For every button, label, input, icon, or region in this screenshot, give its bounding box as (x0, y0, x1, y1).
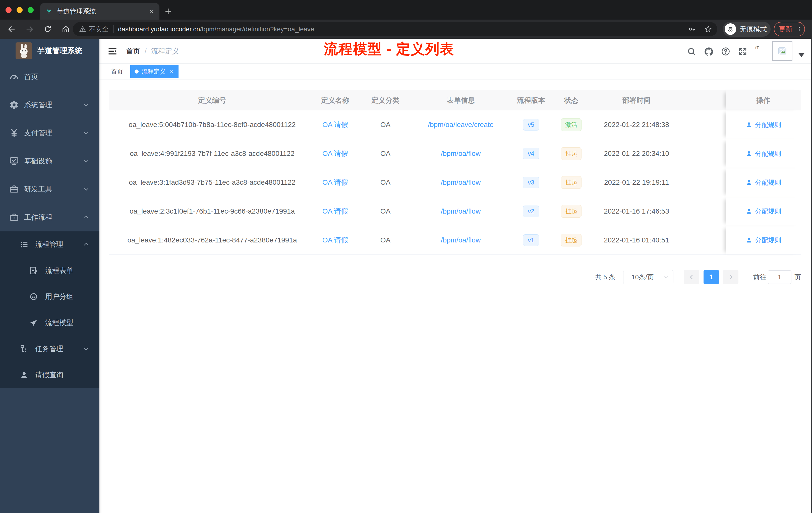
todo-list-icon (20, 240, 29, 249)
form-link[interactable]: /bpm/oa/flow (441, 236, 481, 244)
window-minimize-button[interactable] (17, 7, 23, 13)
sidebar-item-leave-query[interactable]: 请假查询 (0, 362, 99, 388)
caret-down-icon[interactable] (799, 53, 805, 57)
column-header-definition-category: 定义分类 (355, 90, 415, 111)
form-link[interactable]: /bpm/oa/flow (441, 207, 481, 215)
cell-category: OA (355, 197, 415, 225)
column-header-process-version: 流程版本 (506, 90, 556, 111)
definition-name-link[interactable]: OA 请假 (322, 235, 348, 245)
definition-name-link[interactable]: OA 请假 (322, 207, 348, 216)
home-button[interactable] (61, 25, 70, 33)
chevron-down-icon (83, 130, 89, 136)
form-link[interactable]: /bpm/oa/leave/create (428, 121, 494, 129)
browser-menu-dots-icon[interactable] (796, 26, 803, 32)
security-warning-icon[interactable] (79, 25, 86, 33)
tag-process-definition[interactable]: 流程定义 (130, 65, 178, 78)
sidebar-item-payment[interactable]: 支付管理 (0, 119, 99, 147)
sidebar-item-process-form[interactable]: 流程表单 (0, 258, 99, 283)
status-badge: 挂起 (561, 176, 581, 189)
chevron-down-icon (83, 158, 89, 164)
form-edit-icon (29, 266, 38, 275)
back-button[interactable] (7, 25, 16, 33)
browser-tab[interactable]: 芋道管理系统 (40, 3, 160, 20)
next-page-button[interactable] (723, 270, 738, 284)
status-badge: 挂起 (561, 147, 581, 160)
browser-update-button[interactable]: 更新 (774, 22, 805, 36)
search-icon[interactable] (687, 47, 696, 56)
dashboard-icon (9, 72, 19, 82)
cell-filler (687, 226, 726, 254)
sidebar-item-system[interactable]: 系统管理 (0, 91, 99, 119)
cell-deploy-time: 2022-01-22 20:34:10 (586, 139, 687, 168)
definition-name-link[interactable]: OA 请假 (322, 149, 348, 158)
tab-close-icon[interactable] (148, 8, 154, 14)
definition-name-link[interactable]: OA 请假 (322, 120, 348, 129)
assign-rule-button[interactable]: 分配规则 (746, 178, 781, 187)
security-label[interactable]: 不安全 (89, 25, 109, 34)
cell-definition-id: oa_leave:3:1fad3d93-7b75-11ec-a3c8-acde4… (109, 168, 315, 197)
user-icon (746, 121, 753, 128)
tag-close-icon[interactable] (169, 69, 174, 74)
form-link[interactable]: /bpm/oa/flow (441, 178, 481, 186)
incognito-label: 无痕模式 (740, 25, 767, 34)
sidebar-item-user-group[interactable]: 用户分组 (0, 283, 99, 310)
assign-rule-button[interactable]: 分配规则 (746, 207, 781, 216)
breadcrumb-home[interactable]: 首页 (126, 47, 140, 56)
table-row: oa_leave:1:482ec033-762a-11ec-8477-a2380… (109, 226, 801, 255)
github-icon[interactable] (704, 47, 713, 56)
tag-home[interactable]: 首页 (107, 65, 127, 78)
current-page-button[interactable]: 1 (703, 270, 719, 284)
sidebar-logo[interactable]: 芋道管理系统 (0, 39, 99, 63)
sidebar-item-infrastructure[interactable]: 基础设施 (0, 147, 99, 175)
goto-page-input[interactable] (768, 270, 791, 284)
page-size-select[interactable]: 10条/页 (623, 270, 673, 284)
window-zoom-button[interactable] (28, 7, 34, 13)
cell-deploy-time: 2022-01-16 17:46:53 (586, 197, 687, 225)
password-key-icon[interactable] (688, 25, 696, 33)
cell-deploy-time: 2022-01-22 19:19:11 (586, 168, 687, 197)
definition-table: 定义编号 定义名称 定义分类 表单信息 流程版本 状态 部署时间 操作 oa_l… (109, 90, 801, 255)
sidebar-menu: 首页 系统管理 支付管理 基础设施 研发工具 工作流程 (0, 63, 99, 388)
monitor-icon (9, 156, 19, 166)
cell-definition-id: oa_leave:4:991f2193-7b7f-11ec-a3c8-acde4… (109, 139, 315, 168)
window-close-button[interactable] (5, 7, 11, 13)
forward-button[interactable] (25, 25, 34, 33)
prev-page-button[interactable] (684, 270, 699, 284)
column-header-filler (687, 90, 726, 111)
help-icon[interactable] (721, 47, 730, 56)
sidebar-item-task-management[interactable]: 任务管理 (0, 336, 99, 362)
chevron-down-icon (83, 345, 89, 352)
reload-button[interactable] (44, 25, 52, 33)
user-icon (746, 179, 753, 186)
assign-rule-button[interactable]: 分配规则 (746, 120, 781, 129)
logo-avatar (16, 42, 32, 59)
sidebar-item-process-model[interactable]: 流程模型 (0, 310, 99, 336)
column-header-definition-name: 定义名称 (315, 90, 355, 111)
fullscreen-icon[interactable] (738, 47, 748, 56)
definition-name-link[interactable]: OA 请假 (322, 178, 348, 187)
avatar[interactable] (772, 41, 792, 61)
url-text[interactable]: dashboard.yudao.iocoder.cn/bpm/manager/d… (118, 25, 314, 33)
yen-icon (9, 128, 19, 138)
assign-rule-button[interactable]: 分配规则 (746, 236, 781, 245)
status-badge: 挂起 (561, 234, 581, 246)
cell-deploy-time: 2022-01-16 01:40:51 (586, 226, 687, 254)
cell-definition-id: oa_leave:5:004b710b-7b8a-11ec-8ef0-acde4… (109, 111, 315, 139)
bookmark-star-icon[interactable] (704, 25, 712, 33)
address-bar[interactable]: 不安全 dashboard.yudao.iocoder.cn/bpm/manag… (73, 22, 717, 36)
new-tab-button[interactable] (165, 7, 172, 15)
cell-filler (687, 197, 726, 225)
sidebar-item-workflow[interactable]: 工作流程 (0, 203, 99, 232)
font-size-icon[interactable]: tT (755, 46, 759, 50)
content-area: 首页 / 流程定义 流程模型 - 定义列表 tT 首页 流程定义 (99, 39, 812, 513)
form-link[interactable]: /bpm/oa/flow (441, 150, 481, 158)
sidebar-toggle-icon[interactable] (108, 46, 117, 56)
assign-rule-button[interactable]: 分配规则 (746, 149, 781, 158)
favicon-plant-icon (45, 7, 53, 15)
sidebar-item-dev-tools[interactable]: 研发工具 (0, 175, 99, 203)
version-badge: v5 (523, 119, 539, 130)
user-group-icon (29, 292, 38, 301)
sidebar-item-home[interactable]: 首页 (0, 63, 99, 91)
chevron-up-icon (83, 214, 89, 221)
sidebar-item-process-management[interactable]: 流程管理 (0, 232, 99, 258)
